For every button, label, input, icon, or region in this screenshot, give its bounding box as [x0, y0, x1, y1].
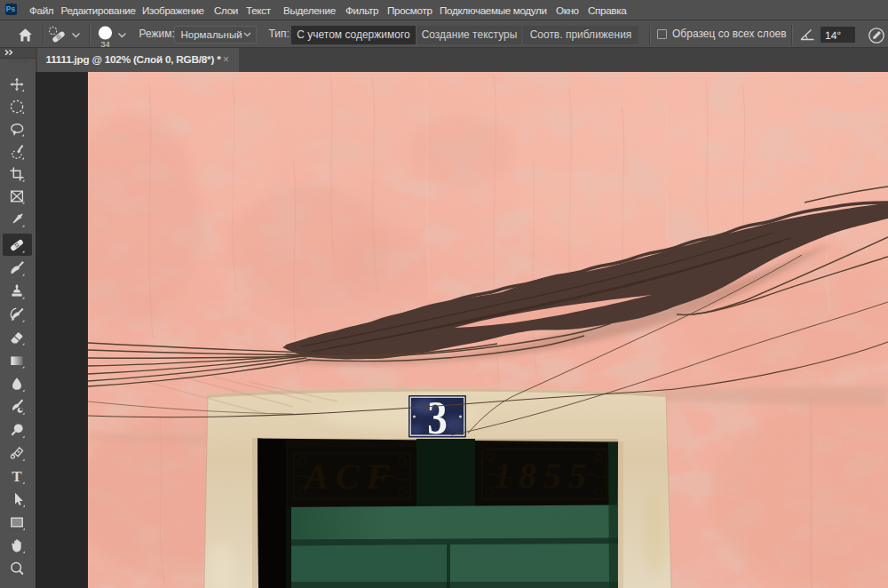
svg-text:14°: 14°: [825, 28, 841, 41]
svg-text:ACF: ACF: [302, 457, 397, 497]
svg-text:T: T: [12, 468, 22, 485]
svg-text:3: 3: [427, 393, 448, 444]
svg-text:1855: 1855: [494, 456, 593, 496]
